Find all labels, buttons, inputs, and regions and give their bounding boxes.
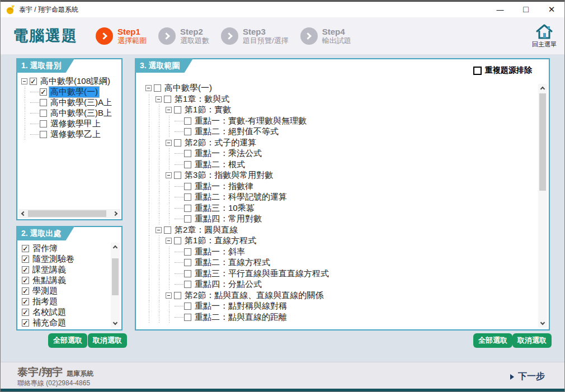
tree-item-label[interactable]: 選修數學乙上 bbox=[49, 129, 102, 140]
collapse-icon[interactable] bbox=[166, 107, 172, 113]
horizontal-scrollbar[interactable] bbox=[18, 209, 120, 218]
tree-item-label[interactable]: 重點二：點與直線的距離 bbox=[194, 312, 288, 323]
checkbox[interactable] bbox=[184, 183, 191, 190]
tree-item-label[interactable]: 高中數學(三)B上 bbox=[49, 108, 113, 119]
checkbox[interactable] bbox=[184, 259, 191, 266]
checkbox[interactable] bbox=[22, 245, 29, 252]
tree-item-label[interactable]: 高中數學(一) bbox=[163, 83, 213, 93]
select-all-button[interactable]: 全部選取 bbox=[473, 333, 512, 348]
maximize-icon[interactable]: □ bbox=[513, 2, 539, 17]
list-item-label[interactable]: 隨堂測驗卷 bbox=[31, 254, 76, 265]
list-item-label[interactable]: 名校試題 bbox=[31, 307, 67, 318]
tree-item-label[interactable]: 第1節：直線方程式 bbox=[183, 235, 257, 246]
tree-item-label[interactable]: 重點四：分點公式 bbox=[194, 279, 263, 290]
collapse-icon[interactable] bbox=[166, 292, 172, 299]
tree-item-label[interactable]: 高中數學(三)A上 bbox=[49, 97, 113, 108]
checkbox[interactable] bbox=[22, 266, 29, 273]
checkbox[interactable] bbox=[184, 281, 191, 288]
select-all-button[interactable]: 全部選取 bbox=[48, 333, 87, 348]
checkbox[interactable] bbox=[184, 215, 191, 223]
list-item-label[interactable]: 課堂講義 bbox=[31, 265, 67, 275]
collapse-icon[interactable] bbox=[166, 172, 172, 178]
checkbox[interactable] bbox=[40, 88, 47, 96]
tree-item-label[interactable]: 重點一：指數律 bbox=[194, 181, 255, 192]
tree-item-label[interactable]: 第3節：指數與常用對數 bbox=[183, 170, 274, 181]
tree-item-label[interactable]: 重點二：科學記號的運算 bbox=[194, 192, 288, 202]
dedupe-checkbox[interactable] bbox=[473, 67, 482, 75]
checkbox[interactable] bbox=[184, 161, 191, 168]
step-3[interactable]: Step3題目預覽/選擇 bbox=[221, 27, 289, 45]
step-2[interactable]: Step2選取題數 bbox=[158, 27, 209, 45]
checkbox[interactable] bbox=[184, 248, 191, 256]
checkbox[interactable] bbox=[22, 319, 29, 327]
checkbox[interactable] bbox=[22, 256, 29, 263]
vertical-scrollbar[interactable] bbox=[111, 243, 120, 328]
checkbox[interactable] bbox=[154, 84, 161, 92]
checkbox[interactable] bbox=[184, 128, 191, 135]
scrollbar-thumb[interactable] bbox=[112, 258, 119, 295]
collapse-icon[interactable] bbox=[156, 96, 162, 102]
duplicate-source-filter[interactable]: 重複題源排除 bbox=[473, 65, 532, 75]
tree-item-label[interactable]: 選修數學甲上 bbox=[49, 119, 102, 129]
collapse-icon[interactable] bbox=[166, 238, 172, 244]
checkbox[interactable] bbox=[174, 139, 181, 147]
checkbox[interactable] bbox=[184, 303, 191, 310]
tree-item-label[interactable]: 重點一：點對稱與線對稱 bbox=[194, 301, 288, 311]
tree-item-label[interactable]: 重點四：常用對數 bbox=[194, 214, 263, 224]
close-icon[interactable]: ✕ bbox=[539, 2, 564, 17]
scrollbar-thumb[interactable] bbox=[539, 93, 546, 191]
checkbox[interactable] bbox=[174, 292, 181, 299]
collapse-icon[interactable] bbox=[166, 140, 172, 146]
tree-item-label[interactable]: 重點三：10乘冪 bbox=[194, 203, 256, 214]
tree-item-label[interactable]: 第2節：點與直線、直線與直線的關係 bbox=[183, 290, 324, 301]
tree-item-label[interactable]: 重點三：平行直線與垂直直線方程式 bbox=[194, 268, 330, 279]
tree-item-label[interactable]: 重點二：絕對值不等式 bbox=[194, 126, 280, 137]
tree-item-label[interactable]: 重點一：斜率 bbox=[194, 247, 246, 257]
deselect-button[interactable]: 取消選取 bbox=[512, 333, 552, 348]
checkbox[interactable] bbox=[30, 78, 37, 85]
checkbox[interactable] bbox=[174, 172, 181, 179]
collapse-icon[interactable] bbox=[156, 227, 162, 233]
tree-item-label[interactable]: 重點二：直線方程式 bbox=[194, 257, 271, 268]
scroll-down-icon[interactable] bbox=[538, 319, 547, 328]
scroll-down-icon[interactable] bbox=[111, 319, 120, 328]
checkbox[interactable] bbox=[40, 120, 47, 127]
checkbox[interactable] bbox=[40, 110, 47, 117]
list-item-label[interactable]: 補充命題 bbox=[31, 318, 67, 328]
collapse-icon[interactable] bbox=[21, 78, 27, 84]
checkbox[interactable] bbox=[174, 106, 181, 114]
tree-item-label[interactable]: 第2章：圓與直線 bbox=[173, 225, 239, 235]
checkbox[interactable] bbox=[174, 237, 181, 244]
scroll-left-icon[interactable] bbox=[18, 209, 27, 218]
scroll-up-icon[interactable] bbox=[538, 84, 547, 93]
tree-item-label[interactable]: 高中數學(108課綱) bbox=[39, 76, 111, 87]
checkbox[interactable] bbox=[164, 96, 171, 103]
checkbox[interactable] bbox=[184, 270, 191, 277]
vertical-scrollbar[interactable] bbox=[538, 84, 547, 328]
tree-item-label[interactable]: 第1章：數與式 bbox=[173, 94, 230, 105]
scrollbar-thumb[interactable] bbox=[28, 210, 106, 217]
minimize-icon[interactable]: — bbox=[487, 2, 513, 17]
list-item-label[interactable]: 指考題 bbox=[31, 296, 59, 307]
checkbox[interactable] bbox=[184, 117, 191, 125]
tree-item-label[interactable]: 高中數學(一) bbox=[49, 87, 99, 97]
next-step-button[interactable]: 下一步 bbox=[510, 371, 545, 382]
list-item-label[interactable]: 學測題 bbox=[31, 286, 59, 296]
checkbox[interactable] bbox=[184, 150, 191, 157]
tree-item-label[interactable]: 重點一：乘法公式 bbox=[194, 148, 263, 159]
checkbox[interactable] bbox=[22, 287, 29, 295]
tree-item-label[interactable]: 重點二：根式 bbox=[194, 159, 246, 170]
step-4[interactable]: Step4輸出試題 bbox=[300, 27, 351, 45]
checkbox[interactable] bbox=[22, 309, 29, 316]
scroll-right-icon[interactable] bbox=[111, 209, 120, 218]
checkbox[interactable] bbox=[22, 298, 29, 305]
checkbox[interactable] bbox=[22, 277, 29, 284]
tree-item-label[interactable]: 重點一：實數-有理數與無理數 bbox=[194, 116, 308, 126]
checkbox[interactable] bbox=[184, 205, 191, 212]
list-item-label[interactable]: 焦點講義 bbox=[31, 275, 67, 286]
checkbox[interactable] bbox=[164, 226, 171, 234]
checkbox[interactable] bbox=[40, 99, 47, 106]
step-1[interactable]: Step1選擇範圍 bbox=[96, 27, 147, 45]
tree-item-label[interactable]: 第2節：式子的運算 bbox=[183, 138, 257, 148]
collapse-icon[interactable] bbox=[145, 85, 152, 91]
